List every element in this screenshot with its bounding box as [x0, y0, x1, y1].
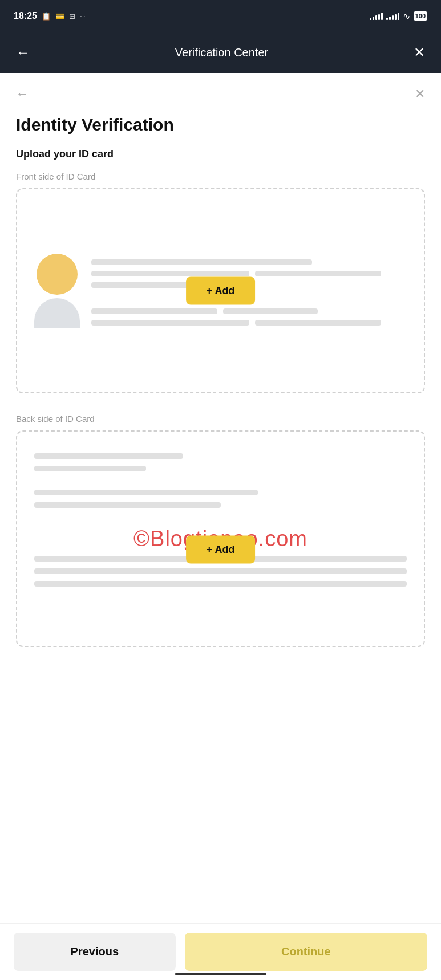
- nav-close-button[interactable]: ✕: [414, 46, 425, 59]
- nav-back-button[interactable]: ←: [16, 46, 30, 59]
- home-indicator: [175, 973, 266, 975]
- previous-button[interactable]: Previous: [14, 933, 176, 971]
- avatar-circle: [37, 254, 78, 295]
- status-time: 18:25: [14, 11, 37, 21]
- status-doc-icon: 📋: [42, 12, 51, 21]
- id-line-8: [255, 320, 381, 326]
- battery-icon: 100: [414, 11, 427, 21]
- front-upload-section: Front side of ID Card: [0, 172, 441, 393]
- id-line-2: [91, 271, 249, 276]
- inner-back-button[interactable]: ←: [16, 87, 29, 101]
- main-content: ← ✕ Identity Verification Upload your ID…: [0, 73, 441, 980]
- avatar-body: [34, 298, 80, 328]
- inner-close-button[interactable]: ✕: [415, 87, 425, 101]
- back-upload-section: Back side of ID Card ©Blogtienao.com + A…: [0, 414, 441, 647]
- id-line-1: [91, 259, 312, 265]
- front-label: Front side of ID Card: [16, 172, 425, 181]
- back-line-3: [34, 490, 258, 495]
- inner-nav: ← ✕: [0, 73, 441, 106]
- id-avatar: [34, 254, 80, 328]
- back-line-4: [34, 502, 221, 508]
- id-line-7: [91, 320, 249, 326]
- wifi-icon: ∿: [403, 11, 410, 22]
- back-line-6: [34, 568, 407, 574]
- status-bar: 18:25 📋 💳 ⊞ ·· ∿ 100: [0, 0, 441, 32]
- status-more-icon: ··: [80, 11, 87, 21]
- id-line-3: [255, 271, 381, 276]
- front-upload-box[interactable]: + Add: [16, 188, 425, 393]
- status-grid-icon: ⊞: [69, 12, 75, 21]
- back-line-7: [34, 581, 407, 587]
- nav-title: Verification Center: [175, 46, 268, 59]
- section-label: Upload your ID card: [0, 139, 441, 172]
- back-upload-box[interactable]: ©Blogtienao.com + Add: [16, 430, 425, 647]
- status-left: 18:25 📋 💳 ⊞ ··: [14, 11, 87, 21]
- id-line-5: [91, 308, 217, 314]
- status-pay-icon: 💳: [55, 12, 64, 21]
- back-add-button[interactable]: + Add: [186, 535, 256, 563]
- status-right: ∿ 100: [370, 11, 427, 22]
- front-add-button[interactable]: + Add: [186, 277, 256, 305]
- signal-icon: [370, 12, 383, 20]
- back-line-2: [34, 466, 146, 471]
- page-title: Identity Verification: [0, 106, 441, 139]
- id-line-6: [223, 308, 318, 314]
- back-line-1: [34, 453, 183, 459]
- signal-icon-2: [386, 12, 399, 20]
- bottom-actions: Previous Continue: [0, 923, 441, 980]
- continue-button[interactable]: Continue: [185, 933, 427, 971]
- back-label: Back side of ID Card: [16, 414, 425, 424]
- nav-bar: ← Verification Center ✕: [0, 32, 441, 73]
